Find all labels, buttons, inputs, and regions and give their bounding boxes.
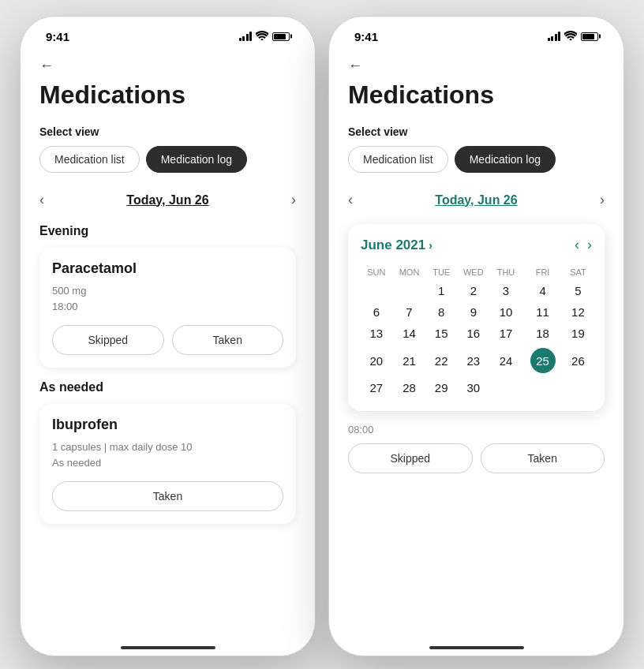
select-view-label-left: Select view: [39, 125, 296, 138]
date-prev-right[interactable]: ‹: [348, 192, 353, 208]
calendar-day[interactable]: 14: [392, 323, 427, 344]
calendar-day: [491, 377, 522, 398]
calendar-day[interactable]: 7: [392, 301, 427, 323]
calendar-chevron-icon[interactable]: ›: [429, 239, 432, 252]
date-label-right[interactable]: Today, Jun 26: [435, 193, 517, 207]
section-asneeded: As needed: [39, 380, 296, 394]
back-button-left[interactable]: ←: [39, 58, 54, 74]
calendar-day[interactable]: 23: [456, 344, 491, 377]
med-details-ibuprofen: 1 capsules | max daily dose 10As needed: [52, 439, 283, 470]
screen-container: 9:41 ←: [4, 0, 640, 669]
med-card-ibuprofen: Ibuprofen 1 capsules | max daily dose 10…: [39, 404, 296, 524]
calendar-grid: SUN MON TUE WED THU FRI SAT 123456789101…: [361, 264, 592, 398]
action-btns-paracetamol: Skipped Taken: [52, 325, 283, 355]
calendar-day[interactable]: 27: [361, 377, 392, 398]
toggle-medication-log-right[interactable]: Medication log: [455, 146, 556, 173]
calendar-day[interactable]: 29: [426, 377, 456, 398]
calendar-day: [521, 377, 564, 398]
calendar-day[interactable]: 28: [392, 377, 427, 398]
home-indicator-right: [429, 646, 524, 649]
calendar-day[interactable]: 15: [426, 323, 456, 344]
calendar-day[interactable]: 17: [491, 323, 522, 344]
calendar-day: [564, 377, 592, 398]
date-label-left[interactable]: Today, Jun 26: [126, 193, 208, 207]
calendar-day[interactable]: 25: [521, 344, 564, 377]
calendar-day[interactable]: 11: [521, 301, 564, 323]
select-view-label-right: Select view: [348, 125, 605, 138]
calendar-day[interactable]: 10: [491, 301, 522, 323]
day-header-sat: SAT: [564, 264, 592, 280]
calendar-month-label: June 2021: [361, 237, 425, 253]
calendar-day[interactable]: 22: [426, 344, 456, 377]
battery-icon-left: [272, 32, 290, 41]
calendar-day[interactable]: 13: [361, 323, 392, 344]
section-evening: Evening: [39, 224, 296, 238]
signal-icon-right: [548, 32, 561, 41]
back-button-right[interactable]: ←: [348, 58, 362, 74]
toggle-medication-log-left[interactable]: Medication log: [146, 146, 247, 173]
toggle-medication-list-left[interactable]: Medication list: [39, 146, 140, 173]
calendar-month-title: June 2021 ›: [361, 237, 432, 253]
calendar-day[interactable]: 1: [426, 280, 456, 301]
calendar-day[interactable]: 19: [564, 323, 592, 344]
calendar-day[interactable]: 4: [521, 280, 564, 301]
cal-next-btn[interactable]: ›: [587, 237, 592, 253]
view-toggle-left: Medication list Medication log: [39, 146, 296, 173]
page-title-right: Medications: [348, 80, 605, 110]
calendar-day[interactable]: 12: [564, 301, 592, 323]
med-details-paracetamol: 500 mg18:00: [52, 283, 283, 314]
status-bar-right: 9:41: [348, 17, 605, 51]
calendar-day[interactable]: 16: [456, 323, 491, 344]
wifi-icon-right: [564, 31, 577, 43]
calendar-day[interactable]: 21: [392, 344, 427, 377]
calendar-day[interactable]: 24: [491, 344, 522, 377]
calendar-day[interactable]: 6: [361, 301, 392, 323]
status-time-right: 9:41: [354, 30, 378, 43]
day-header-sun: SUN: [361, 264, 392, 280]
taken-btn-ibuprofen[interactable]: Taken: [52, 481, 283, 511]
calendar-header: June 2021 › ‹ ›: [361, 237, 592, 253]
date-nav-left: ‹ Today, Jun 26 ›: [39, 192, 296, 208]
calendar-action-btns: Skipped Taken: [348, 443, 605, 473]
taken-btn-paracetamol[interactable]: Taken: [172, 325, 284, 355]
action-btns-ibuprofen: Taken: [52, 481, 283, 511]
phone-right: 9:41 ←: [328, 16, 624, 656]
toggle-medication-list-right[interactable]: Medication list: [348, 146, 448, 173]
calendar-day[interactable]: 3: [491, 280, 522, 301]
status-icons-left: [239, 31, 290, 43]
status-time-left: 9:41: [46, 30, 69, 43]
med-card-paracetamol: Paracetamol 500 mg18:00 Skipped Taken: [39, 248, 296, 368]
day-header-tue: TUE: [426, 264, 456, 280]
time-label-right: 08:00: [348, 424, 605, 435]
calendar-day[interactable]: 5: [564, 280, 592, 301]
calendar-day: [392, 280, 427, 301]
date-next-right[interactable]: ›: [600, 192, 605, 208]
calendar-day: [361, 280, 392, 301]
day-header-fri: FRI: [521, 264, 564, 280]
med-name-ibuprofen: Ibuprofen: [52, 417, 283, 433]
calendar-day[interactable]: 2: [456, 280, 491, 301]
day-header-wed: WED: [456, 264, 491, 280]
calendar-day[interactable]: 18: [521, 323, 564, 344]
calendar-day[interactable]: 8: [426, 301, 456, 323]
calendar-day[interactable]: 30: [456, 377, 491, 398]
day-header-thu: THU: [491, 264, 522, 280]
date-next-left[interactable]: ›: [291, 192, 296, 208]
date-prev-left[interactable]: ‹: [39, 192, 44, 208]
status-icons-right: [548, 31, 599, 43]
skip-btn-paracetamol[interactable]: Skipped: [52, 325, 164, 355]
view-toggle-right: Medication list Medication log: [348, 146, 605, 173]
calendar-nav: ‹ ›: [575, 237, 592, 253]
date-nav-right: ‹ Today, Jun 26 ›: [348, 192, 605, 208]
day-header-mon: MON: [392, 264, 427, 280]
calendar-day[interactable]: 26: [564, 344, 592, 377]
calendar-day[interactable]: 9: [456, 301, 491, 323]
phone-left: 9:41 ←: [20, 16, 316, 656]
status-bar-left: 9:41: [39, 17, 296, 51]
calendar-day[interactable]: 20: [361, 344, 392, 377]
skip-btn-calendar[interactable]: Skipped: [348, 443, 473, 473]
cal-prev-btn[interactable]: ‹: [575, 237, 579, 253]
taken-btn-calendar[interactable]: Taken: [481, 443, 605, 473]
med-name-paracetamol: Paracetamol: [52, 260, 283, 277]
page-title-left: Medications: [39, 80, 296, 110]
